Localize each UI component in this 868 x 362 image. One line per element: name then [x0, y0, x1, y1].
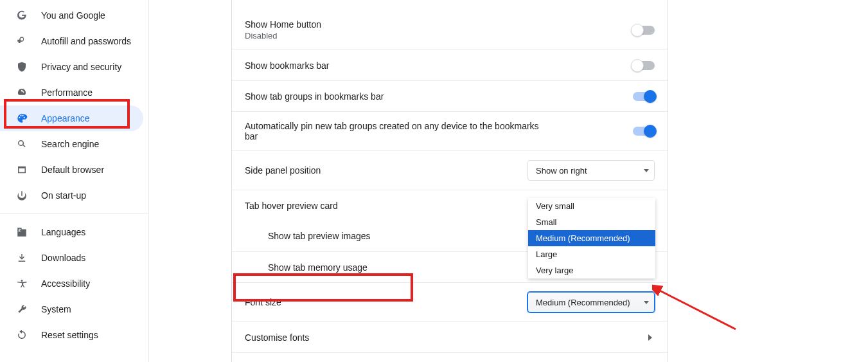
row-label: Show bookmarks bar	[245, 60, 330, 71]
svg-line-0	[657, 289, 736, 329]
sidebar-item-languages[interactable]: Languages	[0, 219, 148, 245]
shield-icon	[15, 60, 28, 73]
sidebar-item-label: Appearance	[41, 113, 90, 123]
row-tab-groups-bookmarks[interactable]: Show tab groups in bookmarks bar	[232, 80, 668, 111]
select-value: Show on right	[536, 166, 587, 176]
sidebar-separator	[0, 213, 148, 214]
sidebar-item-label: System	[41, 304, 71, 314]
sidebar-item-label: Downloads	[41, 253, 85, 263]
sidebar-item-you-and-google[interactable]: You and Google	[0, 3, 148, 28]
sidebar-item-search-engine[interactable]: Search engine	[0, 131, 148, 157]
row-show-home-button[interactable]: Show Home button Disabled	[232, 0, 668, 50]
search-icon	[15, 138, 28, 150]
row-sublabel: Disabled	[245, 31, 321, 41]
speedometer-icon	[15, 86, 28, 99]
google-icon	[15, 9, 28, 22]
row-label: Show tab groups in bookmarks bar	[245, 91, 384, 102]
row-label: Automatically pin new tab groups created…	[245, 121, 553, 141]
palette-icon	[15, 112, 28, 125]
font-size-option-small[interactable]: Small	[528, 214, 655, 230]
sidebar-item-reset[interactable]: Reset settings	[0, 322, 148, 348]
font-size-option-medium[interactable]: Medium (Recommended)	[528, 230, 655, 246]
select-font-size[interactable]: Medium (Recommended)	[527, 292, 655, 312]
font-size-option-very-large[interactable]: Very large	[528, 262, 655, 278]
row-font-size[interactable]: Font size Medium (Recommended)	[232, 282, 668, 321]
toggle-auto-pin-tab-groups[interactable]	[633, 127, 655, 136]
toggle-bookmarks-bar[interactable]	[633, 61, 655, 70]
chevron-down-icon	[644, 301, 649, 304]
sidebar-item-label: Reset settings	[41, 330, 98, 340]
sidebar-item-accessibility[interactable]: Accessibility	[0, 271, 148, 296]
row-label: Show tab memory usage	[268, 262, 368, 273]
sidebar-item-label: Default browser	[41, 165, 104, 175]
settings-sidebar[interactable]: You and Google Autofill and passwords Pr…	[0, 0, 149, 362]
sidebar-item-privacy[interactable]: Privacy and security	[0, 54, 148, 80]
chevron-down-icon	[644, 169, 649, 172]
row-label: Show tab preview images	[268, 231, 371, 241]
sidebar-item-label: On start-up	[41, 190, 86, 201]
browser-icon	[15, 163, 28, 176]
row-label: Font size	[245, 297, 281, 307]
sidebar-item-label: You and Google	[41, 10, 105, 21]
sidebar-item-default-browser[interactable]: Default browser	[0, 157, 148, 183]
sidebar-item-label: Search engine	[41, 139, 99, 149]
row-label: Show Home button	[245, 19, 321, 30]
power-icon	[15, 189, 28, 202]
sidebar-item-label: Privacy and security	[41, 62, 121, 72]
sidebar-item-system[interactable]: System	[0, 296, 148, 322]
font-size-option-large[interactable]: Large	[528, 246, 655, 262]
key-icon	[15, 35, 28, 48]
sidebar-item-performance[interactable]: Performance	[0, 80, 148, 105]
row-label: Side panel position	[245, 165, 321, 176]
chevron-right-icon	[648, 334, 652, 341]
wrench-icon	[15, 303, 28, 316]
select-side-panel-position[interactable]: Show on right	[527, 160, 655, 181]
sidebar-item-autofill[interactable]: Autofill and passwords	[0, 28, 148, 54]
row-auto-pin-tab-groups[interactable]: Automatically pin new tab groups created…	[232, 111, 668, 150]
row-label: Tab hover preview card	[245, 201, 338, 211]
row-bookmarks-bar[interactable]: Show bookmarks bar	[232, 50, 668, 80]
sidebar-item-appearance[interactable]: Appearance	[0, 105, 143, 131]
sidebar-item-label: Autofill and passwords	[41, 36, 131, 46]
toggle-show-home[interactable]	[633, 26, 655, 35]
font-size-dropdown[interactable]: Very small Small Medium (Recommended) La…	[528, 198, 655, 278]
sidebar-item-downloads[interactable]: Downloads	[0, 245, 148, 271]
font-size-option-very-small[interactable]: Very small	[528, 198, 655, 214]
sidebar-item-label: Languages	[41, 227, 85, 237]
sidebar-item-label: Performance	[41, 87, 93, 98]
row-page-zoom[interactable]: Page zoom 100%	[232, 352, 668, 362]
download-icon	[15, 251, 28, 264]
sidebar-item-on-startup[interactable]: On start-up	[0, 183, 148, 208]
settings-content: Show Home button Disabled Show bookmarks…	[231, 0, 668, 362]
reset-icon	[15, 329, 28, 341]
row-side-panel-position[interactable]: Side panel position Show on right	[232, 150, 668, 190]
sidebar-item-label: Accessibility	[41, 278, 90, 289]
row-label: Customise fonts	[245, 332, 309, 343]
row-customise-fonts[interactable]: Customise fonts	[232, 321, 668, 352]
translate-icon	[15, 226, 28, 239]
select-value: Medium (Recommended)	[536, 298, 630, 307]
toggle-tab-groups-bookmarks[interactable]	[633, 92, 655, 101]
accessibility-icon	[15, 277, 28, 290]
